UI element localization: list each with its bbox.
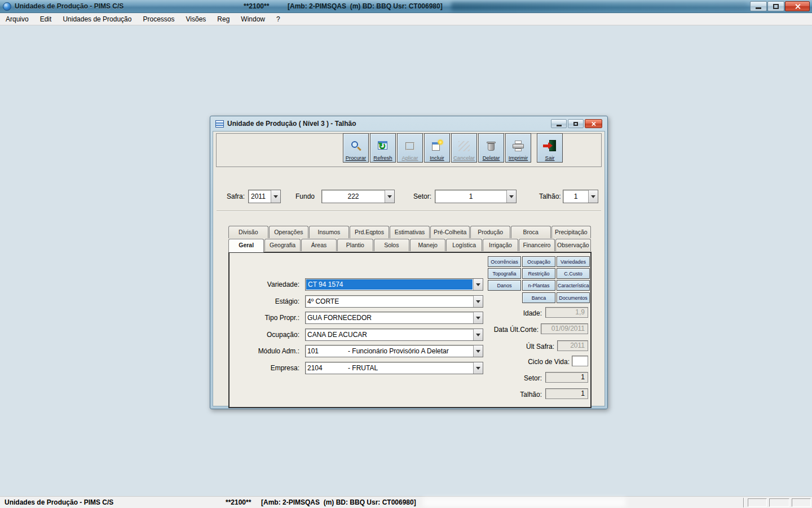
deletar-button[interactable]: Deletar <box>478 133 504 163</box>
chevron-down-icon[interactable] <box>271 190 280 203</box>
refresh-button[interactable]: ↻ Refresh <box>370 133 396 163</box>
incluir-button[interactable]: Incluir <box>424 133 450 163</box>
danos-button[interactable]: Danos <box>488 280 521 291</box>
tab-plantio[interactable]: Plantio <box>337 239 373 251</box>
n-plantas-button[interactable]: n-Plantas <box>522 280 555 291</box>
tab-logistica[interactable]: Logística <box>446 239 482 251</box>
maximize-button[interactable] <box>767 1 784 11</box>
estagio-combobox[interactable]: 4º CORTE <box>305 295 483 308</box>
tab-prd-eqptos[interactable]: Prd.Eqptos <box>350 226 390 238</box>
toolbar: Procurar ↻ Refresh Aplicar Incluir Cance… <box>343 133 564 163</box>
safra-combobox[interactable]: 2011 <box>248 190 281 203</box>
variedade-combobox[interactable]: CT 94 1574 <box>305 278 483 291</box>
tab-precipitacao[interactable]: Precipitação <box>551 226 592 238</box>
dialog-close-button[interactable] <box>585 119 602 128</box>
topografia-button[interactable]: Topografia <box>488 268 521 279</box>
dialog-titlebar[interactable]: Unidade de Produção ( Nível 3 ) - Talhão <box>211 117 607 130</box>
menu-reg[interactable]: Reg <box>211 14 235 25</box>
talhao-combobox[interactable]: 1 <box>563 190 598 203</box>
c-custo-button[interactable]: C.Custo <box>557 268 590 279</box>
chevron-down-icon[interactable] <box>385 190 394 203</box>
talhao-label: Talhão: <box>489 391 542 398</box>
cancel-icon <box>452 138 476 155</box>
chevron-down-icon[interactable] <box>473 279 483 290</box>
setor-combobox[interactable]: 1 <box>435 190 517 203</box>
variedades-button[interactable]: Variedades <box>557 256 590 267</box>
modulo-adm-combobox[interactable]: 101- Funcionário Provisório A Deletar <box>305 345 483 357</box>
chevron-down-icon[interactable] <box>473 345 483 357</box>
menu-window[interactable]: Window <box>235 14 271 25</box>
ocupacao-button[interactable]: Ocupação <box>522 256 555 267</box>
ocupacao-combobox[interactable]: CANA DE ACUCAR <box>305 329 483 341</box>
filter-row: Safra: 2011 Fundo 222 Setor: 1 Talhão: 1 <box>213 190 604 204</box>
chevron-down-icon[interactable] <box>473 362 483 374</box>
trash-icon <box>479 138 504 155</box>
tab-geral[interactable]: Geral <box>228 239 264 252</box>
ocupacao-label: Ocupação: <box>230 331 303 339</box>
minimize-button[interactable] <box>750 1 767 11</box>
ciclo-de-vida-field[interactable] <box>572 356 588 366</box>
tab-producao[interactable]: Produção <box>470 226 510 238</box>
tab-geografia[interactable]: Geografia <box>264 239 300 251</box>
tab-manejo[interactable]: Manejo <box>410 239 445 251</box>
ocorrencias-button[interactable]: Ocorrências <box>488 256 521 267</box>
chevron-down-icon[interactable] <box>506 190 516 203</box>
procurar-button[interactable]: Procurar <box>343 133 369 163</box>
status-pane-3 <box>792 498 811 507</box>
idade-label: Idade: <box>489 309 542 317</box>
deletar-label: Deletar <box>483 155 500 161</box>
menu-processos[interactable]: Processos <box>137 14 180 25</box>
tab-insumos[interactable]: Insumos <box>309 226 349 238</box>
minimize-icon <box>557 125 562 126</box>
empresa-combobox[interactable]: 2104- FRUTAL <box>305 362 483 374</box>
setor-field: 1 <box>545 372 588 383</box>
tab-solos[interactable]: Solos <box>374 239 409 251</box>
empresa-code: 2104 <box>307 362 348 374</box>
dialog-restore-button[interactable] <box>568 119 584 128</box>
dialog-client-area: Procurar ↻ Refresh Aplicar Incluir Cance… <box>213 131 605 406</box>
aplicar-button: Aplicar <box>397 133 423 163</box>
dialog-table-icon <box>215 120 224 128</box>
menu-visoes[interactable]: Visões <box>180 14 212 25</box>
menu-bar: Arquivo Edit Unidades de Produção Proces… <box>0 14 812 25</box>
chevron-down-icon[interactable] <box>473 296 483 307</box>
close-button[interactable] <box>785 1 810 11</box>
menu-unidades-de-producao[interactable]: Unidades de Produção <box>57 14 137 25</box>
tab-irrigacao[interactable]: Irrigação <box>483 239 518 251</box>
fundo-combobox[interactable]: 222 <box>321 190 395 203</box>
search-icon <box>343 138 368 155</box>
restricao-button[interactable]: Restrição <box>522 268 555 279</box>
empresa-desc: - FRUTAL <box>348 362 378 374</box>
documentos-button[interactable]: Documentos <box>557 292 590 303</box>
menu-help[interactable]: ? <box>271 14 286 25</box>
data-ult-corte-field: 01/09/2011 <box>541 323 588 334</box>
chevron-down-icon[interactable] <box>473 329 483 340</box>
close-icon <box>591 121 596 126</box>
tab-observacao[interactable]: Observação <box>555 239 591 251</box>
caracteristicas-button[interactable]: Características <box>557 280 590 291</box>
tab-areas[interactable]: Áreas <box>301 239 337 251</box>
modulo-adm-desc: - Funcionário Provisório A Deletar <box>348 345 449 357</box>
tab-operacoes[interactable]: Operações <box>269 226 309 238</box>
status-code: **2100** <box>226 498 251 506</box>
menu-edit[interactable]: Edit <box>34 14 58 25</box>
dialog-minimize-button[interactable] <box>551 119 567 128</box>
menu-arquivo[interactable]: Arquivo <box>0 14 34 25</box>
incluir-label: Incluir <box>430 155 444 161</box>
banca-button[interactable]: Banca <box>522 292 555 303</box>
app-titlebar: Unidades de Produção - PIMS C/S **2100**… <box>0 0 812 13</box>
tipo-propr-combobox[interactable]: GUA FORNECEDOR <box>305 312 483 324</box>
tab-estimativas[interactable]: Estimativas <box>390 226 430 238</box>
tab-pre-colheita[interactable]: Pré-Colheita <box>430 226 470 238</box>
imprimir-button[interactable]: Imprimir <box>505 133 531 163</box>
separator <box>217 211 601 212</box>
setor-label: Setor: <box>489 374 542 382</box>
tab-divisao[interactable]: Divisão <box>228 226 268 238</box>
tab-financeiro[interactable]: Financeiro <box>519 239 554 251</box>
setor-filter-label: Setor: <box>413 192 431 200</box>
modulo-adm-label: Módulo Adm.: <box>230 347 303 355</box>
chevron-down-icon[interactable] <box>588 190 598 203</box>
sair-button[interactable]: Sair <box>537 133 563 163</box>
chevron-down-icon[interactable] <box>473 312 483 323</box>
tab-broca[interactable]: Broca <box>511 226 551 238</box>
